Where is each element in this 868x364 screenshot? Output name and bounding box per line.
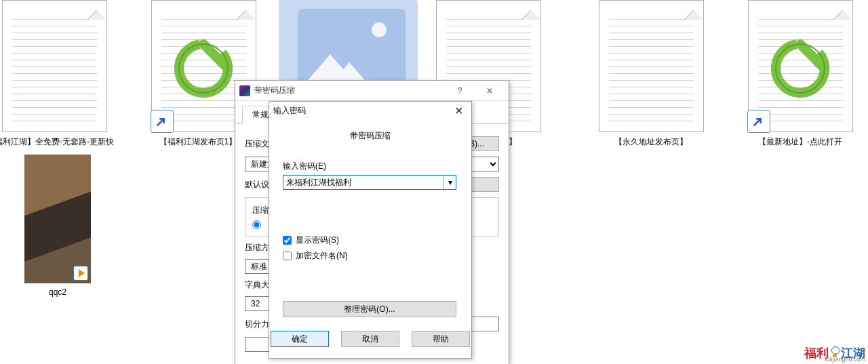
- password-label: 输入密码(E): [283, 161, 458, 172]
- cancel-button[interactable]: 取消: [341, 331, 399, 347]
- close-icon[interactable]: ✕: [450, 104, 467, 117]
- browser-e-icon: [173, 38, 234, 99]
- default-label: 默认设: [245, 179, 269, 190]
- chevron-down-icon[interactable]: ▾: [443, 176, 456, 189]
- password-combo[interactable]: ▾: [283, 175, 456, 190]
- shortcut-arrow-icon: [151, 110, 174, 133]
- file-txt-1[interactable]: 福利江湖】全免费-无套路-更新快: [0, 0, 115, 148]
- play-icon: [73, 266, 88, 281]
- password-input[interactable]: [283, 176, 443, 189]
- file-video[interactable]: qqc2: [20, 155, 95, 297]
- file-label: qqc2: [20, 287, 95, 297]
- file-label: 福利江湖】全免费-无套路-更新快: [0, 136, 115, 148]
- help-button[interactable]: ?: [445, 81, 475, 100]
- password-dialog: 输入密码 ✕ 带密码压缩 输入密码(E) ▾ 显示密码(S) 加密文件名(N) …: [269, 101, 472, 359]
- svg-point-1: [179, 44, 228, 93]
- show-password-checkbox[interactable]: 显示密码(S): [283, 235, 458, 246]
- file-txt-3[interactable]: 【永久地址发布页】: [590, 0, 712, 148]
- titlebar[interactable]: 输入密码 ✕: [269, 102, 471, 119]
- video-thumbnail: [24, 155, 91, 283]
- encrypt-names-checkbox[interactable]: 加密文件名(N): [283, 250, 458, 262]
- ok-button[interactable]: 确定: [271, 331, 329, 347]
- file-label: 【永久地址发布页】: [590, 136, 712, 148]
- help-button[interactable]: 帮助: [412, 331, 470, 347]
- titlebar[interactable]: 带密码压缩 ? ✕: [235, 81, 509, 101]
- dialog-subtitle: 带密码压缩: [283, 130, 458, 142]
- shortcut-arrow-icon: [747, 110, 770, 133]
- watermark: 福利 江湖 fulijianghu.com: [804, 345, 865, 361]
- svg-point-3: [776, 44, 825, 93]
- manage-passwords-button[interactable]: 整理密码(O)...: [283, 301, 456, 317]
- dialog-title: 带密码压缩: [254, 85, 445, 96]
- watermark-url: fulijianghu.com: [825, 356, 865, 363]
- split-label: 切分力: [245, 319, 269, 330]
- method-label: 压缩方: [245, 242, 269, 254]
- dialog-title: 输入密码: [273, 105, 450, 117]
- browser-e-icon: [770, 38, 831, 99]
- encrypt-names-check[interactable]: [283, 251, 292, 260]
- file-ie-2[interactable]: 【最新地址】-点此打开: [739, 0, 861, 148]
- encrypt-names-label: 加密文件名(N): [296, 250, 348, 262]
- compress-file-label: 压缩文: [245, 138, 269, 150]
- show-password-label: 显示密码(S): [296, 235, 339, 246]
- file-label: 【最新地址】-点此打开: [739, 136, 861, 148]
- compress-radio[interactable]: [252, 220, 261, 229]
- show-password-check[interactable]: [283, 236, 292, 245]
- app-icon: [239, 85, 250, 96]
- dict-label: 字典大: [245, 279, 269, 291]
- close-icon[interactable]: ✕: [475, 81, 505, 100]
